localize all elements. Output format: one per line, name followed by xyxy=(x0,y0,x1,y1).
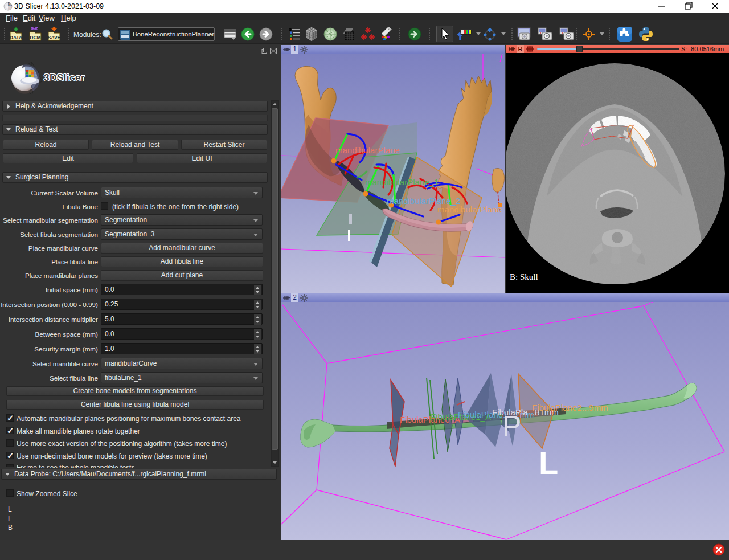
svg-text:mandibularPlane_1: mandibularPlane_1 xyxy=(365,177,439,187)
svg-text:SAVE: SAVE xyxy=(48,35,61,40)
svg-text:FibulaPlane2...9mm: FibulaPlane2...9mm xyxy=(532,403,608,412)
svg-text:mandibularPlane: mandibularPlane xyxy=(437,205,502,214)
svg-text:B: Skull: B: Skull xyxy=(510,272,538,281)
svg-text:DCM: DCM xyxy=(30,35,40,40)
svg-text:P: P xyxy=(502,410,521,442)
svg-text:L: L xyxy=(539,445,558,481)
svg-text:mandibularPlane: mandibularPlane xyxy=(335,145,400,155)
svg-text:DATA: DATA xyxy=(10,35,22,40)
